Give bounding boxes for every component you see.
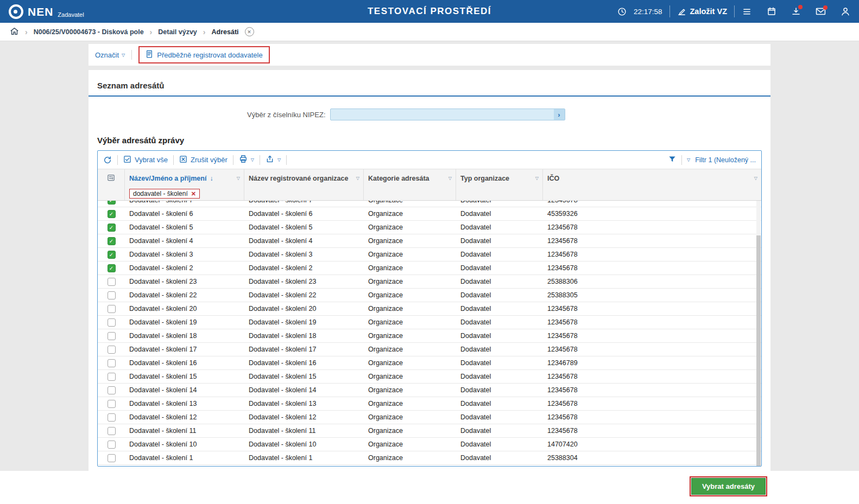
column-ico[interactable]: IČO ▽ xyxy=(543,169,761,200)
create-vz-button[interactable]: Založit VZ xyxy=(677,7,727,16)
table-row[interactable]: Dodavatel - školení 20 Dodavatel - škole… xyxy=(98,302,761,316)
table-row[interactable]: Dodavatel - školení 18 Dodavatel - škole… xyxy=(98,329,761,343)
cell-ico: 12345678 xyxy=(543,201,761,204)
column-filter-icon[interactable]: ▽ xyxy=(754,176,757,181)
table-row[interactable]: Dodavatel - školení 14 Dodavatel - škole… xyxy=(98,384,761,397)
table-row[interactable]: Dodavatel - školení 19 Dodavatel - škole… xyxy=(98,316,761,329)
row-checkbox[interactable] xyxy=(108,373,116,381)
cell-type: Dodavatel xyxy=(456,441,543,448)
remove-filter-icon[interactable]: ✕ xyxy=(191,190,196,197)
row-checkbox[interactable]: ✓ xyxy=(108,237,116,245)
table-row[interactable]: ✓ Dodavatel - školení 3 Dodavatel - škol… xyxy=(98,248,761,261)
column-filter-icon[interactable]: ▽ xyxy=(449,176,452,181)
clear-selection-button[interactable]: Zrušit výběr xyxy=(179,155,228,165)
column-name[interactable]: Název/Jméno a příjmení ↓ ▽ dodavatel - š… xyxy=(125,169,244,200)
cell-org: Dodavatel - školení 23 xyxy=(244,278,364,285)
scrollbar-thumb[interactable] xyxy=(756,235,761,466)
breadcrumb-item-adresati[interactable]: Adresáti xyxy=(212,28,239,36)
table-scrollbar[interactable] xyxy=(756,201,761,466)
table-row[interactable]: Dodavatel - školení 17 Dodavatel - škole… xyxy=(98,343,761,356)
compose-icon xyxy=(677,7,686,16)
row-checkbox[interactable] xyxy=(108,318,116,327)
column-filter-icon[interactable]: ▽ xyxy=(535,176,539,181)
filter-funnel-icon[interactable] xyxy=(668,155,677,165)
create-vz-label: Založit VZ xyxy=(690,7,727,16)
table-row[interactable]: ✓ Dodavatel - školení 6 Dodavatel - škol… xyxy=(98,207,761,221)
refresh-icon[interactable] xyxy=(103,156,112,164)
select-all-label: Vybrat vše xyxy=(135,156,168,164)
table-row[interactable]: Dodavatel - školení 10 Dodavatel - škole… xyxy=(98,438,761,451)
calendar-icon[interactable] xyxy=(767,7,776,16)
row-options-icon[interactable] xyxy=(107,174,115,183)
print-button[interactable]: ▽ xyxy=(239,155,254,165)
filter-chip-label: dodavatel - školení xyxy=(133,190,188,197)
table-row[interactable]: Dodavatel - školení 1 Dodavatel - školen… xyxy=(98,451,761,465)
table-row[interactable]: Dodavatel - školení 16 Dodavatel - škole… xyxy=(98,356,761,370)
menu-icon[interactable] xyxy=(742,7,752,16)
column-filter-icon[interactable]: ▽ xyxy=(356,176,359,181)
export-button[interactable]: ▽ xyxy=(266,155,281,165)
select-addressees-button[interactable]: Vybrat adresáty xyxy=(691,478,766,495)
row-checkbox[interactable] xyxy=(108,305,116,313)
row-checkbox[interactable] xyxy=(108,413,116,422)
row-checkbox[interactable]: ✓ xyxy=(108,224,116,232)
clear-selection-label: Zrušit výběr xyxy=(191,156,228,164)
cell-type: Dodavatel xyxy=(456,264,543,272)
home-icon[interactable] xyxy=(10,27,19,37)
preregister-suppliers-button[interactable]: Předběžně registrovat dodavatele xyxy=(138,46,269,63)
table-row[interactable]: Dodavatel - školení 11 Dodavatel - škole… xyxy=(98,424,761,438)
row-checkbox[interactable] xyxy=(108,346,116,354)
row-checkbox[interactable] xyxy=(108,386,116,394)
select-all-button[interactable]: Vybrat vše xyxy=(123,155,168,165)
row-checkbox[interactable] xyxy=(108,291,116,299)
close-tab-icon[interactable]: ✕ xyxy=(245,27,254,36)
mark-dropdown[interactable]: Označit ▽ xyxy=(95,51,125,59)
row-checkbox[interactable]: ✓ xyxy=(108,201,116,205)
active-filter-label[interactable]: Filtr 1 (Neuložený ... xyxy=(695,156,756,164)
cell-ico: 12345678 xyxy=(543,305,761,312)
table-row[interactable]: ✓ Dodavatel - školení 5 Dodavatel - škol… xyxy=(98,221,761,234)
column-select xyxy=(98,169,125,200)
nipez-input[interactable]: › xyxy=(330,109,565,120)
table-row[interactable]: ✓ Dodavatel - školení 7 Dodavatel - škol… xyxy=(98,201,761,207)
table-row[interactable]: Dodavatel - školení 13 Dodavatel - škole… xyxy=(98,397,761,411)
messages-icon[interactable] xyxy=(816,7,826,16)
table-row[interactable]: Dodavatel - školení 12 Dodavatel - škole… xyxy=(98,411,761,424)
breadcrumb-item-procedure[interactable]: N006/25/V00004673 - Disková pole xyxy=(34,28,144,36)
breadcrumb-item-detail[interactable]: Detail výzvy xyxy=(158,28,197,36)
row-checkbox[interactable] xyxy=(108,441,116,449)
row-checkbox[interactable] xyxy=(108,400,116,408)
caret-down-icon[interactable]: ▽ xyxy=(687,157,690,162)
main-card: Seznam adresátů Výběr z číselníku NIPEZ:… xyxy=(89,70,770,473)
cell-category: Organizace xyxy=(364,291,456,299)
downloads-icon[interactable] xyxy=(791,7,801,16)
bottom-bar: Vybrat adresáty xyxy=(0,471,859,504)
column-name-label[interactable]: Název/Jméno a příjmení xyxy=(129,175,206,182)
row-checkbox[interactable] xyxy=(108,278,116,286)
cell-ico: 12345678 xyxy=(543,251,761,258)
cell-type: Dodavatel xyxy=(456,251,543,258)
user-icon[interactable] xyxy=(841,7,850,16)
table-row[interactable]: Dodavatel - školení 15 Dodavatel - škole… xyxy=(98,370,761,384)
cell-category: Organizace xyxy=(364,224,456,231)
row-checkbox[interactable] xyxy=(108,332,116,340)
row-checkbox[interactable] xyxy=(108,454,116,462)
row-checkbox[interactable]: ✓ xyxy=(108,264,116,272)
row-checkbox[interactable] xyxy=(108,427,116,435)
column-filter-icon[interactable]: ▽ xyxy=(237,176,240,181)
checkbox-check-icon xyxy=(123,155,131,165)
table-row[interactable]: ✓ Dodavatel - školení 2 Dodavatel - škol… xyxy=(98,261,761,275)
cell-name: Dodavatel - školení 10 xyxy=(125,441,244,448)
nipez-open-icon[interactable]: › xyxy=(554,109,565,120)
nen-logo[interactable]: NEN Zadavatel xyxy=(9,4,84,19)
row-checkbox[interactable]: ✓ xyxy=(108,210,116,218)
column-type[interactable]: Typ organizace ▽ xyxy=(456,169,543,200)
table-row[interactable]: Dodavatel - školení 22 Dodavatel - škole… xyxy=(98,289,761,302)
table-row[interactable]: Dodavatel - školení 23 Dodavatel - škole… xyxy=(98,275,761,289)
row-checkbox[interactable] xyxy=(108,359,116,367)
column-org[interactable]: Název registrované organizace ▽ xyxy=(244,169,364,200)
column-category[interactable]: Kategorie adresáta ▽ xyxy=(364,169,456,200)
row-checkbox[interactable]: ✓ xyxy=(108,251,116,259)
table-row[interactable]: ✓ Dodavatel - školení 4 Dodavatel - škol… xyxy=(98,234,761,248)
cell-org: Dodavatel - školení 4 xyxy=(244,237,364,245)
